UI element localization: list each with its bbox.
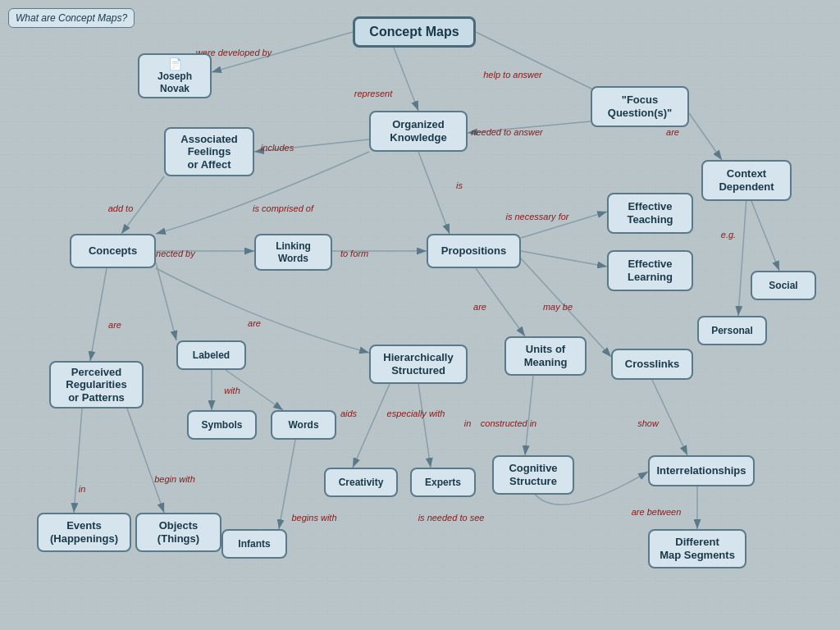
node-label-different-map-segments: Different Map Segments — [660, 536, 735, 561]
link-label-19: especially with — [387, 409, 445, 418]
node-concept-maps: Concept Maps — [353, 16, 476, 48]
corner-label: What are Concept Maps? — [8, 8, 135, 28]
link-label-3: needed to answer — [471, 127, 542, 137]
node-label-personal: Personal — [711, 325, 753, 336]
node-social: Social — [751, 271, 816, 300]
link-label-20: in — [464, 418, 472, 428]
node-concepts: Concepts — [70, 234, 156, 268]
link-label-9: add to — [108, 203, 134, 213]
link-label-22: show — [637, 418, 659, 428]
node-label-concept-maps: Concept Maps — [369, 24, 459, 39]
svg-line-26 — [74, 409, 82, 513]
svg-line-21 — [353, 384, 390, 468]
link-label-5: is — [456, 180, 463, 190]
link-label-6: are — [666, 127, 679, 137]
link-label-1: represent — [354, 89, 392, 98]
node-objects: Objects (Things) — [135, 513, 221, 552]
node-label-social: Social — [769, 280, 797, 291]
link-label-8: e.g. — [721, 230, 736, 240]
svg-line-18 — [90, 268, 107, 361]
node-focus-questions: "Focus Question(s)" — [591, 86, 689, 127]
node-label-labeled: Labeled — [193, 349, 230, 361]
node-label-experts: Experts — [425, 477, 461, 488]
node-different-map-segments: Different Map Segments — [648, 529, 746, 568]
node-symbols: Symbols — [187, 410, 257, 440]
node-label-perceived-regularities: Perceived Regularities or Patterns — [66, 366, 126, 404]
node-personal: Personal — [697, 316, 767, 345]
node-label-focus-questions: "Focus Question(s)" — [608, 94, 672, 119]
node-label-interrelationships: Interrelationships — [656, 464, 746, 477]
svg-line-6 — [418, 152, 450, 234]
node-label-joseph-novak: Joseph Novak — [158, 71, 192, 94]
link-label-23: begin with — [154, 474, 195, 484]
node-cognitive-structure: Cognitive Structure — [492, 455, 574, 495]
svg-line-2 — [394, 48, 418, 111]
node-infants: Infants — [221, 529, 287, 559]
node-perceived-regularities: Perceived Regularities or Patterns — [49, 361, 144, 409]
node-associated-feelings: Associated Feelings or Affect — [164, 127, 254, 176]
node-label-objects: Objects (Things) — [158, 519, 199, 545]
link-label-17: with — [224, 386, 240, 395]
node-label-effective-learning: Effective Learning — [628, 258, 673, 283]
node-crosslinks: Crosslinks — [611, 349, 693, 380]
node-labeled: Labeled — [176, 340, 246, 370]
node-label-context-dependent: Context Dependent — [719, 167, 774, 193]
node-label-associated-feelings: Associated Feelings or Affect — [180, 133, 237, 171]
node-label-infants: Infants — [238, 538, 270, 550]
link-label-13: are — [473, 302, 486, 312]
link-label-25: is needed to see — [418, 513, 485, 523]
node-label-units-of-meaning: Units of Meaning — [524, 343, 568, 368]
node-propositions: Propositions — [427, 234, 521, 268]
svg-line-14 — [738, 197, 746, 316]
svg-line-25 — [127, 409, 164, 513]
link-label-24: begins with — [291, 513, 336, 523]
node-organized-knowledge: Organized Knowledge — [369, 111, 468, 152]
node-linking-words: Linking Words — [254, 234, 332, 271]
svg-line-17 — [156, 262, 176, 340]
node-units-of-meaning: Units of Meaning — [504, 336, 587, 376]
node-label-events: Events (Happenings) — [50, 519, 118, 545]
node-label-linking-words: Linking Words — [276, 240, 311, 264]
link-label-27: are between — [632, 507, 682, 517]
node-effective-teaching: Effective Teaching — [607, 193, 693, 234]
node-label-creativity: Creativity — [339, 477, 384, 488]
svg-line-13 — [746, 189, 779, 271]
link-label-21: constructed in — [481, 418, 536, 428]
link-label-15: are — [248, 318, 261, 328]
node-hierarchically-structured: Hierarchically Structured — [369, 345, 468, 384]
node-label-hierarchically-structured: Hierarchically Structured — [383, 351, 453, 377]
node-label-effective-teaching: Effective Teaching — [627, 200, 673, 226]
node-interrelationships: Interrelationships — [648, 455, 755, 486]
node-label-words: Words — [288, 419, 318, 431]
link-label-12: to form — [340, 249, 368, 258]
node-label-symbols: Symbols — [201, 419, 242, 431]
node-joseph-novak: 📄Joseph Novak — [138, 53, 212, 98]
svg-line-7 — [689, 113, 722, 160]
svg-line-22 — [418, 384, 431, 468]
node-events: Events (Happenings) — [37, 513, 131, 552]
svg-line-23 — [525, 376, 533, 455]
node-label-propositions: Propositions — [441, 244, 506, 258]
link-label-7: is necessary for — [505, 212, 568, 221]
link-label-26: in — [79, 484, 86, 494]
node-label-organized-knowledge: Organized Knowledge — [390, 118, 446, 144]
link-label-14: may be — [543, 302, 573, 312]
svg-line-3 — [476, 32, 603, 94]
node-label-concepts: Concepts — [89, 244, 137, 258]
node-context-dependent: Context Dependent — [701, 160, 792, 201]
node-effective-learning: Effective Learning — [607, 250, 693, 291]
link-label-16: are — [108, 320, 121, 330]
svg-line-24 — [652, 380, 687, 455]
node-label-cognitive-structure: Cognitive Structure — [509, 462, 557, 487]
node-creativity: Creativity — [324, 468, 398, 497]
link-label-10: is comprised of — [253, 203, 313, 213]
svg-line-12 — [521, 251, 607, 267]
link-label-2: help to answer — [483, 70, 542, 80]
link-label-18: aids — [340, 409, 357, 418]
node-label-crosslinks: Crosslinks — [625, 358, 679, 371]
link-label-4: includes — [261, 143, 294, 153]
node-experts: Experts — [410, 468, 476, 497]
node-words: Words — [271, 410, 336, 440]
